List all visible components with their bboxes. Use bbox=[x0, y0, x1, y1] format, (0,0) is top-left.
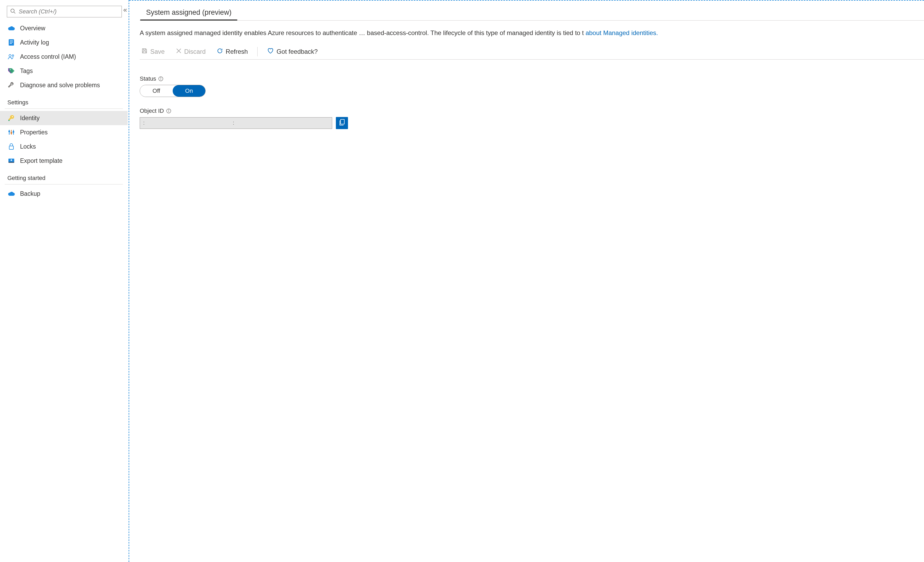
sidebar-item-label: Locks bbox=[20, 143, 36, 150]
object-id-field[interactable] bbox=[140, 117, 332, 129]
people-icon bbox=[8, 53, 15, 61]
sidebar-item-overview[interactable]: Overview bbox=[0, 21, 128, 35]
svg-point-7 bbox=[12, 55, 14, 56]
svg-point-6 bbox=[9, 54, 11, 57]
sidebar-item-properties[interactable]: Properties bbox=[0, 125, 128, 139]
feedback-button[interactable]: Got feedback? bbox=[266, 46, 319, 57]
svg-rect-14 bbox=[10, 132, 12, 133]
sidebar-item-export-template[interactable]: Export template bbox=[0, 154, 128, 168]
svg-rect-29 bbox=[340, 119, 344, 124]
info-icon[interactable] bbox=[158, 76, 164, 81]
sidebar-item-diagnose[interactable]: Diagnose and solve problems bbox=[0, 78, 128, 92]
svg-rect-12 bbox=[8, 131, 10, 132]
refresh-icon bbox=[217, 48, 223, 55]
sidebar-item-label: Tags bbox=[20, 67, 33, 75]
search-icon bbox=[10, 8, 15, 15]
cloud-icon bbox=[8, 24, 15, 32]
svg-point-28 bbox=[168, 109, 169, 110]
identity-description: A system assigned managed identity enabl… bbox=[140, 28, 924, 37]
sidebar-item-label: Export template bbox=[20, 157, 63, 165]
svg-rect-20 bbox=[143, 51, 146, 53]
svg-point-0 bbox=[11, 9, 14, 12]
save-icon bbox=[141, 48, 148, 55]
object-id-label-text: Object ID bbox=[140, 108, 164, 114]
lock-icon bbox=[8, 142, 15, 150]
sidebar-item-backup[interactable]: Backup bbox=[0, 187, 128, 201]
discard-label: Discard bbox=[184, 48, 206, 55]
toolbar: Save Discard Refresh bbox=[140, 46, 924, 60]
sidebar-group-getting-started: Getting started bbox=[5, 168, 123, 184]
sidebar-item-access-control[interactable]: Access control (IAM) bbox=[0, 49, 128, 64]
sidebar-item-label: Backup bbox=[20, 190, 40, 197]
status-toggle[interactable]: Off On bbox=[140, 85, 206, 97]
svg-point-8 bbox=[10, 69, 10, 70]
main-pane: System assigned (preview) A system assig… bbox=[129, 0, 924, 562]
sidebar: « Overview Activity log bbox=[0, 0, 129, 562]
sliders-icon bbox=[8, 128, 15, 136]
description-text: A system assigned managed identity enabl… bbox=[140, 29, 584, 36]
tags-icon bbox=[8, 67, 15, 75]
key-icon bbox=[8, 114, 15, 122]
toolbar-separator bbox=[257, 47, 258, 56]
svg-point-25 bbox=[161, 78, 161, 78]
refresh-button[interactable]: Refresh bbox=[215, 46, 249, 57]
sidebar-item-activity-log[interactable]: Activity log bbox=[0, 35, 128, 49]
search-box[interactable] bbox=[7, 6, 122, 17]
svg-rect-17 bbox=[9, 146, 14, 149]
status-off-option[interactable]: Off bbox=[140, 85, 172, 97]
copy-icon bbox=[339, 118, 345, 127]
feedback-label: Got feedback? bbox=[276, 48, 318, 55]
info-icon[interactable] bbox=[166, 108, 171, 114]
sidebar-item-label: Properties bbox=[20, 129, 48, 136]
close-icon bbox=[176, 48, 182, 55]
sidebar-item-label: Identity bbox=[20, 115, 39, 122]
svg-rect-3 bbox=[10, 40, 13, 41]
sidebar-item-label: Access control (IAM) bbox=[20, 53, 76, 60]
svg-point-9 bbox=[12, 116, 13, 117]
sidebar-scroll[interactable]: Overview Activity log Access control (IA… bbox=[0, 21, 129, 562]
status-label: Status bbox=[140, 75, 924, 82]
status-label-text: Status bbox=[140, 75, 156, 82]
sidebar-item-label: Activity log bbox=[20, 39, 49, 46]
collapse-sidebar-icon[interactable]: « bbox=[123, 6, 126, 14]
heart-icon bbox=[267, 48, 274, 55]
cloud-icon bbox=[8, 190, 15, 198]
svg-rect-16 bbox=[13, 131, 14, 132]
sidebar-item-locks[interactable]: Locks bbox=[0, 139, 128, 154]
tab-system-assigned[interactable]: System assigned (preview) bbox=[140, 7, 238, 20]
wrench-icon bbox=[8, 81, 15, 89]
save-label: Save bbox=[150, 48, 165, 55]
search-input[interactable] bbox=[19, 8, 118, 15]
discard-button[interactable]: Discard bbox=[174, 47, 207, 56]
copy-object-id-button[interactable] bbox=[336, 117, 348, 129]
status-on-option[interactable]: On bbox=[172, 85, 206, 97]
sidebar-item-label: Diagnose and solve problems bbox=[20, 82, 100, 89]
export-icon bbox=[8, 157, 15, 165]
save-button[interactable]: Save bbox=[140, 46, 166, 57]
tabs: System assigned (preview) bbox=[140, 7, 924, 21]
sidebar-item-identity[interactable]: Identity bbox=[0, 111, 128, 125]
svg-rect-4 bbox=[10, 42, 13, 42]
object-id-label: Object ID bbox=[140, 108, 924, 114]
sidebar-item-tags[interactable]: Tags bbox=[0, 64, 128, 78]
svg-rect-10 bbox=[8, 120, 9, 121]
managed-identities-link[interactable]: about Managed identities. bbox=[585, 29, 658, 36]
svg-line-1 bbox=[14, 12, 15, 13]
sidebar-item-label: Overview bbox=[20, 25, 45, 32]
svg-rect-5 bbox=[10, 43, 12, 44]
refresh-label: Refresh bbox=[226, 48, 248, 55]
log-icon bbox=[8, 39, 15, 46]
sidebar-group-settings: Settings bbox=[5, 92, 123, 109]
